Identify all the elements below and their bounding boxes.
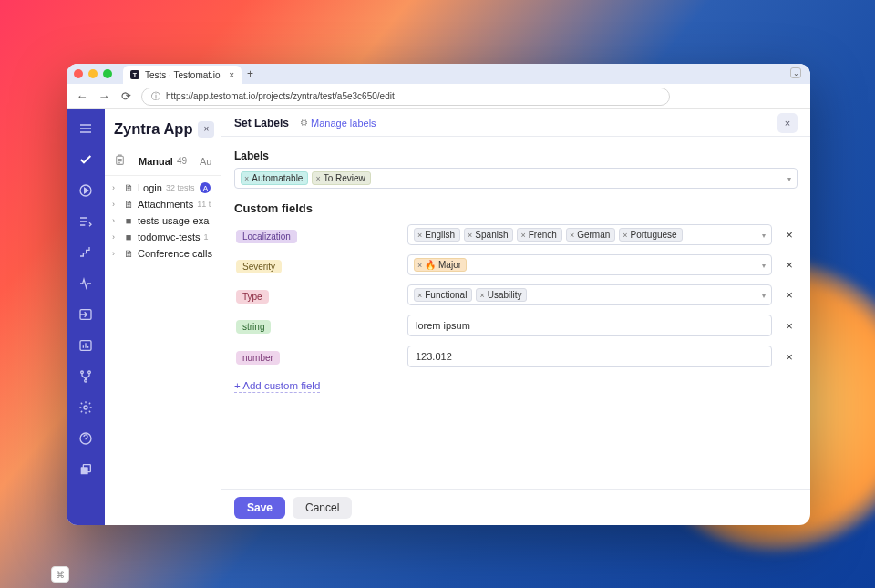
gear-icon: ⚙ [300,118,308,128]
tabs-dropdown-icon[interactable]: ⌄ [790,67,801,78]
labels-heading: Labels [234,150,798,162]
remove-field-button[interactable]: × [781,288,798,302]
svg-point-3 [81,371,84,374]
import-icon[interactable] [73,303,98,326]
field-name-tag: Localization [236,230,297,243]
project-title: Zyntra App [114,120,192,138]
chevron-right-icon: › [112,249,119,258]
field-name-tag: string [236,320,271,334]
new-tab-button[interactable]: + [247,67,253,80]
folder-icon: ■ [123,232,134,242]
chevron-down-icon[interactable]: ▾ [762,261,766,269]
back-button[interactable]: ← [76,89,88,103]
number-input[interactable] [407,346,772,367]
url-text: https://app.testomat.io/projects/zyntra/… [166,91,395,101]
remove-chip-icon[interactable]: × [468,231,472,240]
chevron-right-icon: › [112,216,119,225]
reload-button[interactable]: ⟳ [119,89,132,103]
chevron-right-icon: › [112,200,119,209]
project-close-button[interactable]: × [198,121,214,138]
browser-toolbar: ← → ⟳ ⓘ https://app.testomat.io/projects… [67,84,810,109]
file-icon: 🗎 [123,199,134,210]
tree-item[interactable]: › 🗎 Conference calls [110,245,221,262]
test-type-tabs: Manual 49 Au [105,141,221,176]
automated-tab[interactable]: Au [200,156,211,167]
close-window-button[interactable] [74,69,83,78]
remove-field-button[interactable]: × [781,258,798,272]
remove-field-button[interactable]: × [781,350,798,364]
file-icon: 🗎 [123,248,134,259]
browser-window: T Tests · Testomat.io × + ⌄ ← → ⟳ ⓘ http… [67,64,810,525]
remove-field-button[interactable]: × [781,228,798,242]
labels-input[interactable]: ×Automatable ×To Review ▾ [234,168,798,189]
tree-item[interactable]: › 🗎 Attachments 11 t [110,196,221,212]
value-chip: ×🔥 Major [414,258,467,272]
value-chip: ×Spanish [464,228,513,242]
forward-button[interactable]: → [98,89,110,103]
manual-count: 49 [177,156,187,166]
app-sidebar [67,109,105,525]
help-icon[interactable] [73,427,98,450]
chevron-down-icon[interactable]: ▾ [788,174,791,182]
severity-select[interactable]: ×🔥 Major ▾ [407,254,772,275]
tab-close-icon[interactable]: × [229,70,234,80]
tree-item[interactable]: › ■ todomvc-tests 1 [110,229,221,245]
remove-field-button[interactable]: × [781,319,798,333]
browser-tab[interactable]: T Tests · Testomat.io × [123,66,242,84]
keyboard-shortcut-button[interactable]: ⌘ [51,566,69,583]
queue-icon[interactable] [73,210,98,233]
remove-chip-icon[interactable]: × [479,291,484,300]
check-icon[interactable] [73,148,98,171]
svg-point-6 [84,406,88,409]
field-name-tag: number [236,351,280,365]
automatable-badge: A [200,182,211,193]
string-input[interactable] [407,315,772,336]
tree-item[interactable]: › ■ tests-usage-exa [110,212,221,229]
field-name-tag: Type [236,290,269,304]
menu-icon[interactable] [73,117,98,140]
localization-select[interactable]: ×English ×Spanish ×French ×German ×Portu… [407,224,772,245]
url-input[interactable]: ⓘ https://app.testomat.io/projects/zyntr… [141,88,670,106]
play-icon[interactable] [73,179,98,202]
custom-field-row: Type ×Functional ×Usability ▾ × [234,284,798,305]
minimize-window-button[interactable] [88,69,98,78]
analytics-icon[interactable] [73,334,98,357]
clipboard-icon [114,154,126,168]
add-custom-field-link[interactable]: + Add custom field [234,380,320,393]
manual-tab[interactable]: Manual [139,156,173,167]
svg-point-4 [88,371,91,374]
browser-tabbar: T Tests · Testomat.io × + ⌄ [67,64,810,84]
remove-chip-icon[interactable]: × [244,174,249,183]
pulse-icon[interactable] [73,272,98,295]
value-chip: ×Functional [414,288,472,302]
remove-chip-icon[interactable]: × [417,261,422,270]
tree-label: Conference calls [138,248,212,259]
close-panel-button[interactable]: × [777,113,798,133]
remove-chip-icon[interactable]: × [417,291,422,300]
site-info-icon: ⓘ [151,90,160,103]
window-controls [74,69,112,78]
remove-chip-icon[interactable]: × [520,231,525,240]
remove-chip-icon[interactable]: × [315,174,320,183]
copy-icon[interactable] [73,458,98,481]
stairs-icon[interactable] [73,241,98,264]
cancel-button[interactable]: Cancel [293,497,352,519]
folder-icon: ■ [123,215,134,226]
branch-icon[interactable] [73,365,98,388]
type-select[interactable]: ×Functional ×Usability ▾ [407,284,772,305]
remove-chip-icon[interactable]: × [570,231,574,240]
custom-field-row: Severity ×🔥 Major ▾ × [234,254,798,275]
chevron-down-icon[interactable]: ▾ [762,231,766,239]
remove-chip-icon[interactable]: × [417,231,422,240]
remove-chip-icon[interactable]: × [623,231,627,240]
value-chip: ×English [414,228,460,242]
chevron-right-icon: › [112,183,119,192]
settings-icon[interactable] [73,396,98,419]
chevron-down-icon[interactable]: ▾ [762,291,766,299]
tree-label: Login [138,182,162,193]
manage-labels-link[interactable]: ⚙ Manage labels [300,118,376,129]
zoom-window-button[interactable] [103,69,112,78]
tree-item[interactable]: › 🗎 Login 32 tests A [110,180,221,196]
save-button[interactable]: Save [234,497,285,519]
custom-fields-heading: Custom fields [234,201,798,215]
